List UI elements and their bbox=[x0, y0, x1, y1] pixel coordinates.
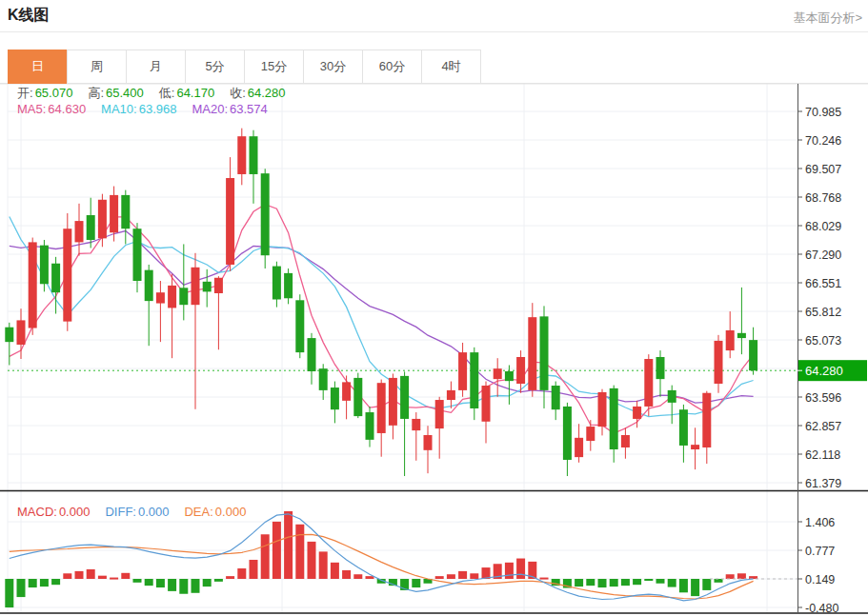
macd-bar bbox=[133, 579, 142, 583]
macd-bar bbox=[51, 579, 60, 585]
ma-legend: MA5:64.630MA10:63.968MA20:63.574 bbox=[17, 102, 283, 116]
candle-body bbox=[737, 333, 746, 338]
candle-body bbox=[575, 438, 583, 457]
candle-body bbox=[250, 136, 258, 174]
tab-period-6[interactable]: 60分 bbox=[362, 50, 422, 84]
macd-bar bbox=[366, 576, 374, 579]
price-tick-label: 65.073 bbox=[805, 334, 841, 348]
candle-body bbox=[133, 229, 142, 281]
candle-body bbox=[40, 246, 49, 285]
ohlc-legend: 开:65.070高:65.400低:64.170收:64.280 bbox=[17, 85, 301, 102]
legend-label: MACD: bbox=[17, 505, 57, 519]
tab-period-3[interactable]: 5分 bbox=[185, 50, 245, 84]
candle-body bbox=[400, 376, 409, 419]
candle-body bbox=[749, 340, 757, 370]
macd-bar bbox=[598, 579, 607, 587]
candle-body bbox=[412, 419, 420, 430]
macd-tick-label: 0.149 bbox=[805, 573, 835, 586]
candle-body bbox=[156, 292, 165, 303]
candle-body bbox=[87, 215, 95, 240]
candle-body bbox=[377, 383, 386, 433]
macd-bar bbox=[63, 573, 71, 579]
macd-bar bbox=[250, 560, 258, 579]
legend-item: DIFF:0.000 bbox=[105, 505, 171, 519]
macd-bar bbox=[412, 579, 420, 587]
macd-bar bbox=[435, 576, 444, 579]
legend-label: DEA: bbox=[184, 505, 212, 519]
candle-body bbox=[656, 357, 665, 379]
candle-body bbox=[295, 300, 304, 352]
price-tick-label: 67.290 bbox=[805, 248, 841, 262]
legend-label: DIFF: bbox=[105, 505, 136, 519]
macd-bar bbox=[145, 579, 153, 586]
macd-bar bbox=[29, 579, 37, 587]
candle-body bbox=[644, 359, 653, 407]
candle-body bbox=[29, 242, 37, 328]
candle-body bbox=[702, 393, 711, 447]
tab-period-1[interactable]: 周 bbox=[67, 50, 127, 84]
macd-bar bbox=[505, 563, 514, 579]
candle-body bbox=[458, 352, 467, 390]
tab-period-7[interactable]: 4时 bbox=[421, 50, 481, 84]
tab-period-2[interactable]: 月 bbox=[126, 50, 186, 84]
macd-bar bbox=[458, 571, 467, 579]
candle-body bbox=[145, 270, 153, 301]
legend-item: MA10:63.968 bbox=[101, 102, 178, 116]
macd-bar bbox=[121, 573, 130, 579]
candle-body bbox=[691, 445, 699, 449]
macd-bar bbox=[40, 579, 49, 586]
macd-bar bbox=[295, 525, 304, 579]
legend-value: 0.000 bbox=[215, 505, 247, 519]
macd-bar bbox=[470, 573, 478, 579]
candle-body bbox=[308, 338, 316, 371]
candle-body bbox=[726, 330, 735, 350]
candle-body bbox=[668, 390, 676, 403]
macd-bar bbox=[203, 579, 212, 586]
price-tick-label: 62.857 bbox=[805, 420, 841, 433]
legend-value: 64.170 bbox=[176, 86, 214, 100]
tab-period-0[interactable]: 日 bbox=[8, 50, 68, 84]
macd-bar bbox=[308, 542, 316, 579]
candle-body bbox=[470, 352, 478, 408]
macd-bar bbox=[5, 579, 13, 607]
legend-value: 0.000 bbox=[138, 505, 170, 519]
macd-bar bbox=[353, 574, 362, 579]
price-tick-label: 68.768 bbox=[805, 191, 841, 205]
price-tick-label: 70.246 bbox=[805, 134, 841, 148]
candle-body bbox=[389, 378, 397, 426]
tab-period-4[interactable]: 15分 bbox=[244, 50, 304, 84]
candle-body bbox=[17, 320, 26, 345]
candle-body bbox=[494, 368, 502, 379]
candle-body bbox=[598, 392, 607, 427]
legend-label: 高: bbox=[88, 86, 104, 100]
macd-bar bbox=[702, 579, 711, 590]
candle-body bbox=[715, 341, 723, 384]
macd-bar bbox=[87, 569, 95, 579]
price-tick-label: 62.118 bbox=[805, 448, 840, 462]
candle-body bbox=[319, 368, 328, 390]
macd-tick-label: -0.480 bbox=[805, 602, 838, 615]
candle-body bbox=[203, 282, 212, 292]
macd-bar bbox=[237, 568, 246, 579]
candle-body bbox=[63, 229, 71, 321]
macd-bar bbox=[156, 579, 165, 587]
price-tick-label: 66.551 bbox=[805, 277, 841, 290]
candle-body bbox=[516, 357, 525, 384]
legend-value: 65.400 bbox=[106, 86, 144, 100]
price-tick-label: 61.379 bbox=[805, 477, 841, 490]
legend-label: MA5: bbox=[17, 102, 46, 116]
macd-bar bbox=[214, 579, 223, 582]
price-tick-label: 68.029 bbox=[805, 220, 841, 233]
macd-tick-label: 0.777 bbox=[805, 545, 835, 558]
macd-bar bbox=[342, 570, 351, 579]
legend-value: 63.968 bbox=[139, 102, 177, 116]
macd-bar bbox=[540, 578, 549, 580]
candle-body bbox=[610, 388, 618, 449]
legend-value: 64.630 bbox=[48, 102, 86, 116]
macd-legend: MACD:0.000DIFF:0.000DEA:0.000 bbox=[17, 505, 261, 519]
tab-period-5[interactable]: 30分 bbox=[303, 50, 363, 84]
macd-bar bbox=[17, 579, 26, 597]
legend-item: 收:64.280 bbox=[230, 86, 287, 100]
macd-bar bbox=[226, 576, 234, 579]
candle-body bbox=[179, 288, 188, 305]
